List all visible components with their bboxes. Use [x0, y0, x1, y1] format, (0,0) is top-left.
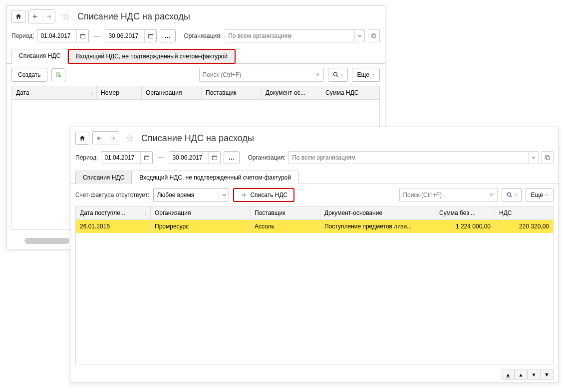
favorite-star-button[interactable]: ☆	[60, 11, 71, 22]
tab-writeoffs[interactable]: Списания НДС	[75, 171, 132, 184]
arrow-right-icon	[45, 13, 52, 19]
svg-point-15	[507, 193, 511, 196]
search-box[interactable]: ×	[199, 68, 324, 82]
calendar-button[interactable]	[208, 152, 220, 164]
home-icon	[15, 13, 22, 20]
svg-rect-3	[148, 34, 153, 35]
nav-forward-button	[42, 10, 55, 23]
col-supplier[interactable]: Поставщик	[251, 206, 320, 219]
calendar-icon	[212, 155, 218, 161]
search-clear-button[interactable]: ×	[312, 71, 323, 78]
table-row[interactable]: 26.01.2015 Промресурс Ассоль Поступление…	[76, 220, 553, 233]
col-basis[interactable]: Документ-ос...	[262, 86, 321, 99]
org-dropdown-button[interactable]	[354, 30, 364, 42]
org-select[interactable]	[288, 151, 539, 164]
copy-button[interactable]	[51, 68, 65, 81]
more-menu-button[interactable]: Еще	[526, 188, 554, 202]
period-label: Период:	[11, 32, 34, 39]
scroll-first-button[interactable]: ▲—	[502, 370, 515, 380]
col-date[interactable]: Дата↓	[12, 86, 97, 99]
favorite-star-button[interactable]: ☆	[124, 133, 135, 144]
period-label: Период:	[75, 154, 98, 161]
write-off-vat-label: Списать НДС	[250, 192, 287, 198]
date-from-input[interactable]	[101, 151, 153, 164]
more-menu-button[interactable]: Еще	[352, 68, 380, 82]
svg-rect-5	[373, 35, 376, 38]
org-open-button[interactable]	[542, 151, 554, 164]
sf-dropdown-button[interactable]	[219, 189, 229, 201]
sf-select-field[interactable]	[154, 189, 219, 201]
calendar-icon	[80, 33, 86, 39]
scroll-down-button[interactable]: ▼	[528, 370, 541, 380]
tab-incoming-vat[interactable]: Входящий НДС, не подтвержденный счетом-ф…	[68, 49, 236, 64]
date-to-field[interactable]	[105, 30, 144, 42]
header-row: ☆ Списание НДС на расходы	[6, 5, 385, 27]
col-org[interactable]: Организация	[142, 86, 202, 99]
svg-rect-10	[144, 156, 149, 157]
tab-writeoffs[interactable]: Списания НДС	[11, 49, 68, 64]
chevron-down-icon	[532, 156, 536, 160]
scroll-thumb[interactable]	[24, 238, 69, 244]
sort-arrow-icon: ↓	[144, 209, 147, 216]
org-select[interactable]	[225, 29, 365, 42]
period-more-button[interactable]: ...	[160, 29, 176, 42]
calendar-button[interactable]	[144, 30, 156, 42]
col-org[interactable]: Организация	[151, 206, 251, 219]
filter-row: Период: — ... Организация:	[70, 149, 559, 166]
search-input[interactable]	[400, 189, 486, 201]
nav-back-button[interactable]	[29, 10, 42, 23]
sf-select[interactable]	[153, 188, 229, 202]
col-supplier[interactable]: Поставщик	[202, 86, 262, 99]
table-body: 26.01.2015 Промресурс Ассоль Поступление…	[76, 220, 553, 365]
cell-basis: Поступление предметов лизи...	[320, 220, 435, 233]
write-off-vat-button[interactable]: Списать НДС	[233, 188, 294, 202]
search-input[interactable]	[200, 68, 312, 81]
find-button[interactable]	[328, 68, 348, 82]
calendar-icon	[144, 155, 150, 161]
home-button[interactable]	[75, 132, 89, 145]
col-vat[interactable]: НДС	[495, 206, 553, 219]
period-more-button[interactable]: ...	[224, 151, 240, 164]
org-dropdown-button[interactable]	[528, 152, 538, 164]
col-date[interactable]: Дата поступле...↓	[76, 206, 151, 219]
nav-forward-button	[106, 132, 119, 145]
cell-date: 26.01.2015	[76, 220, 151, 233]
org-field[interactable]	[289, 152, 528, 164]
chevron-down-icon	[358, 34, 362, 38]
date-from-input[interactable]	[37, 29, 89, 42]
org-field[interactable]	[225, 30, 354, 42]
nav-buttons	[28, 9, 55, 23]
date-to-field[interactable]	[169, 152, 208, 164]
page-title: Списание НДС на расходы	[141, 133, 254, 144]
svg-point-7	[58, 75, 61, 78]
col-vat[interactable]: Сумма НДС	[321, 86, 379, 99]
chevron-down-icon	[222, 193, 226, 197]
org-open-button[interactable]	[368, 29, 380, 42]
col-number[interactable]: Номер	[97, 86, 142, 99]
search-clear-button[interactable]: ×	[486, 192, 497, 198]
find-button[interactable]	[502, 188, 522, 202]
create-button[interactable]: Создать	[11, 68, 47, 82]
tab-incoming-vat[interactable]: Входящий НДС, не подтвержденный счетом-ф…	[132, 171, 298, 184]
calendar-button[interactable]	[140, 152, 152, 164]
scroll-up-button[interactable]: ▲	[515, 370, 528, 380]
date-from-field[interactable]	[37, 30, 76, 42]
h-scrollbar[interactable]	[24, 238, 65, 244]
calendar-button[interactable]	[76, 30, 88, 42]
page-title: Списание НДС на расходы	[77, 11, 190, 22]
document-icon	[55, 71, 62, 78]
cell-org: Промресурс	[151, 220, 251, 233]
arrow-right-blue-icon	[240, 192, 247, 198]
home-button[interactable]	[11, 10, 25, 23]
cell-sum-excl: 1 224 000,00	[435, 220, 495, 233]
date-from-field[interactable]	[101, 152, 140, 164]
nav-back-button[interactable]	[93, 132, 106, 145]
header-row: ☆ Списание НДС на расходы	[70, 127, 559, 149]
scroll-last-button[interactable]: ▼—	[541, 370, 554, 380]
date-to-input[interactable]	[105, 29, 157, 42]
col-basis[interactable]: Документ-основание	[320, 206, 435, 219]
col-sum-excl[interactable]: Сумма без ...	[435, 206, 495, 219]
arrow-right-icon	[109, 135, 116, 141]
search-box[interactable]: ×	[399, 188, 497, 202]
date-to-input[interactable]	[169, 151, 221, 164]
